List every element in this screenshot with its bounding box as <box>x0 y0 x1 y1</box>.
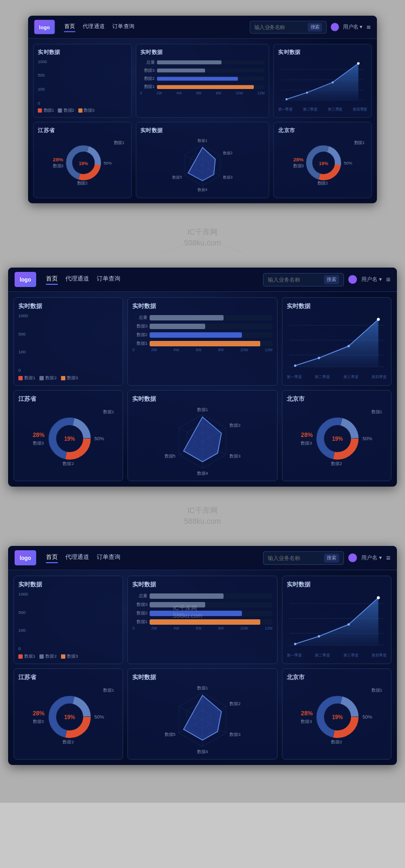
hbar-row-4: 数据1 <box>140 84 265 90</box>
donut-label-3: 数据1 <box>354 140 364 145</box>
search-button-3[interactable]: 搜索 <box>324 553 339 563</box>
y-labels: 1000 500 100 0 <box>38 59 47 106</box>
radar-svg: 数据1 数据2 数据3 数据4 数据5 <box>167 137 239 193</box>
bar-panel-title-2: 实时数据 <box>18 302 118 310</box>
hbar-chart-panel: 实时数据 总量 数据3 数据2 <box>136 44 269 118</box>
svg-point-75 <box>347 623 349 625</box>
nav-order-3[interactable]: 订单查询 <box>97 553 120 563</box>
search-box[interactable]: 搜索 <box>249 20 327 33</box>
svg-marker-72 <box>295 598 378 645</box>
nav-right-2: 搜索 用户名 ▾ ≡ <box>263 273 390 286</box>
svg-text:数据1: 数据1 <box>198 139 207 142</box>
donut-title-2: 北京市 <box>278 126 367 134</box>
top-charts-row-2: 实时数据 10005001000 数据1 <box>14 297 392 386</box>
hbar-label-2: 数据3 <box>140 67 155 73</box>
menu-icon[interactable]: ≡ <box>367 23 371 31</box>
hbar-chart: 总量 数据3 数据2 数据1 <box>140 59 265 90</box>
nav-right-3: 搜索 用户名 ▾ ≡ <box>263 551 390 565</box>
svg-marker-23 <box>188 147 215 181</box>
svg-point-76 <box>377 596 380 599</box>
bottom-charts-row-2: 江苏省 数据1 数据2 28% 数据3 <box>14 390 392 481</box>
svg-marker-91 <box>184 695 221 740</box>
svg-text:19%: 19% <box>79 161 89 166</box>
search-button[interactable]: 搜索 <box>308 23 322 31</box>
nav-agent-2[interactable]: 代理通道 <box>65 275 89 285</box>
nav-links-2: 首页 代理通道 订单查询 <box>46 275 120 285</box>
user-avatar-3 <box>348 553 357 562</box>
hbar-label-1: 总量 <box>140 59 155 65</box>
svg-text:19%: 19% <box>319 161 329 166</box>
area-chart-panel-2: 实时数据 <box>282 297 392 386</box>
bar-chart-2 <box>35 313 118 373</box>
svg-text:数据5: 数据5 <box>172 175 182 179</box>
svg-point-39 <box>294 365 296 367</box>
user-label[interactable]: 用户名 ▾ <box>343 23 362 30</box>
search-box-3[interactable]: 搜索 <box>263 551 344 565</box>
bar-chart-panel-3: 实时数据 10005001000 数据1 <box>14 576 123 664</box>
radar-title: 实时数据 <box>140 126 265 134</box>
nav-home[interactable]: 首页 <box>64 22 76 32</box>
svg-point-8 <box>357 62 360 65</box>
watermark-2: IC千库网 588ku.com <box>184 505 221 527</box>
user-label-2[interactable]: 用户名 ▾ <box>361 276 382 283</box>
logo-3: logo <box>15 550 36 565</box>
area-chart-panel-3: 实时数据 <box>282 576 392 664</box>
donut-label-4: 数据2 <box>318 180 328 186</box>
svg-text:数据2: 数据2 <box>230 423 241 428</box>
hbar-row-1: 总量 <box>140 59 265 65</box>
bar-chart <box>50 59 127 106</box>
svg-point-6 <box>306 92 308 94</box>
pct-50: 50% <box>104 161 112 166</box>
menu-icon-3[interactable]: ≡ <box>386 553 390 562</box>
area-chart-panel: 实时数据 <box>274 44 372 118</box>
nav-agent[interactable]: 代理通道 <box>83 22 105 32</box>
svg-text:数据3: 数据3 <box>223 175 233 179</box>
bar-panel-title-3: 实时数据 <box>18 580 118 589</box>
svg-text:数据5: 数据5 <box>165 732 176 737</box>
bottom-charts-row-3: 江苏省 数据1 数据2 28% 数据3 <box>14 668 392 760</box>
svg-marker-4 <box>287 64 359 100</box>
user-avatar-2 <box>348 275 357 284</box>
svg-marker-57 <box>184 417 221 462</box>
donut-svg-1: 19% <box>65 145 102 181</box>
svg-text:数据4: 数据4 <box>197 471 208 476</box>
donut-panel-1: 江苏省 数据1 数据2 28% 数据3 <box>33 122 132 199</box>
donut-panel-5: 江苏省 数据1 数据2 28% 数据3 <box>14 668 123 760</box>
nav-home-2[interactable]: 首页 <box>46 275 58 285</box>
nav-order-2[interactable]: 订单查询 <box>97 275 120 285</box>
label-data3b: 数据3 <box>293 163 303 169</box>
radar-title-2: 实时数据 <box>132 395 272 403</box>
area-x-labels: 第一季度 第二季度 第三季度 第四季度 <box>278 107 367 112</box>
bottom-charts-row: 江苏省 数据1 数据2 28% 数据3 <box>33 122 372 199</box>
hbar-row-3: 数据2 <box>140 76 265 81</box>
hbar-x-labels: 0 2W 4W 6W 8W 10W 12W <box>140 91 265 95</box>
svg-point-40 <box>318 357 320 359</box>
user-label-3[interactable]: 用户名 ▾ <box>361 554 382 562</box>
search-input-2[interactable] <box>268 277 322 283</box>
nav-home-3[interactable]: 首页 <box>46 553 58 563</box>
hbar-panel-title-3: 实时数据 <box>132 580 272 589</box>
nav-order[interactable]: 订单查询 <box>112 22 135 32</box>
menu-icon-2[interactable]: ≡ <box>386 275 390 284</box>
svg-point-41 <box>347 345 349 347</box>
donut-title-3: 江苏省 <box>18 395 118 403</box>
svg-point-7 <box>332 81 334 84</box>
search-button-2[interactable]: 搜索 <box>324 275 339 284</box>
pct-50b: 50% <box>344 161 352 166</box>
donut-label-1: 数据1 <box>114 140 124 145</box>
nav-right: 搜索 用户名 ▾ ≡ <box>249 20 370 33</box>
svg-point-42 <box>377 318 380 321</box>
donut-panel-6: 北京市 数据1 数据2 28% 数据3 <box>282 668 392 760</box>
search-input-3[interactable] <box>268 555 322 561</box>
svg-text:数据1: 数据1 <box>197 686 208 691</box>
search-input[interactable] <box>254 24 306 30</box>
dashboard-preview: logo 首页 代理通道 订单查询 搜索 用户名 ▾ ≡ <box>28 16 377 203</box>
search-box-2[interactable]: 搜索 <box>263 273 344 286</box>
donut-panel-3: 江苏省 数据1 数据2 28% 数据3 <box>14 390 123 481</box>
bar-legend-2: 数据1 数据2 数据3 <box>18 375 118 381</box>
hbar-chart-panel-3: 实时数据 总量 数据3 数据2 数据1 02W4W6W8W10W12W IC千库… <box>127 576 277 664</box>
radar-panel: 实时数据 <box>136 122 269 199</box>
area-panel-title-2: 实时数据 <box>287 302 387 310</box>
area-panel-title: 实时数据 <box>278 49 367 56</box>
nav-agent-3[interactable]: 代理通道 <box>65 553 89 563</box>
